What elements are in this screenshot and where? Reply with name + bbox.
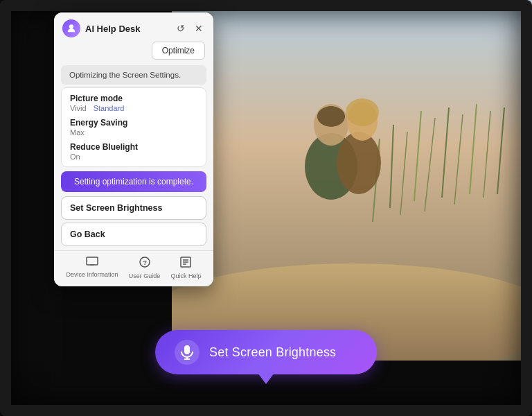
device-information-label: Device Information: [66, 271, 118, 278]
quick-help-label: Quick Help: [170, 272, 201, 279]
energy-saving-value: Max: [70, 128, 85, 137]
svg-point-16: [346, 98, 379, 126]
svg-point-18: [69, 24, 73, 28]
picture-mode-label: Picture mode: [70, 94, 197, 103]
quick-help-item[interactable]: Quick Help: [170, 257, 201, 279]
device-icon: [86, 257, 98, 269]
background-photo: [172, 0, 532, 361]
quick-help-icon: [180, 257, 191, 270]
picture-mode-values: Vivid Standard: [70, 104, 197, 112]
user-guide-label: User Guide: [129, 272, 161, 279]
optimizing-status: Optimizing the Screen Settings.: [61, 65, 206, 85]
svg-point-14: [337, 132, 381, 194]
reduce-bluelight-value: On: [70, 153, 80, 161]
optimize-btn-row: Optimize: [54, 42, 213, 65]
svg-text:?: ?: [143, 259, 147, 266]
couple-illustration: [172, 0, 532, 361]
panel-title: AI Help Desk: [85, 24, 140, 34]
go-back-button[interactable]: Go Back: [61, 223, 206, 246]
panel-footer: Device Information ? User Guide Quick H: [54, 250, 213, 286]
energy-saving-label: Energy Saving: [70, 118, 197, 128]
close-icon[interactable]: ✕: [193, 22, 205, 35]
completion-banner: Setting optimization is complete.: [61, 171, 206, 192]
svg-rect-19: [87, 257, 98, 265]
picture-mode-row: Picture mode Vivid Standard: [70, 94, 197, 112]
svg-rect-28: [184, 345, 190, 354]
microphone-icon: [175, 340, 200, 365]
picture-mode-vivid: Vivid: [70, 104, 87, 112]
settings-box: Picture mode Vivid Standard Energy Savin…: [61, 87, 206, 167]
energy-saving-values: Max: [70, 128, 197, 137]
refresh-icon[interactable]: ↺: [175, 22, 187, 35]
user-guide-icon: ?: [139, 257, 150, 270]
reduce-bluelight-row: Reduce Bluelight On: [70, 142, 197, 161]
dark-left-overlay: [0, 0, 62, 416]
voice-tooltip: Set Screen Brightness: [155, 330, 377, 374]
energy-saving-row: Energy Saving Max: [70, 118, 197, 137]
reduce-bluelight-values: On: [70, 153, 197, 161]
ai-helpdesk-panel: AI Help Desk ↺ ✕ Optimize Optimizing the…: [54, 12, 213, 286]
voice-tooltip-text: Set Screen Brightness: [209, 345, 336, 360]
panel-header-left: AI Help Desk: [62, 19, 140, 37]
panel-header-controls: ↺ ✕: [175, 22, 205, 35]
device-information-item[interactable]: Device Information: [66, 257, 118, 279]
set-brightness-button[interactable]: Set Screen Brightness: [61, 196, 206, 220]
reduce-bluelight-label: Reduce Bluelight: [70, 142, 197, 152]
user-guide-item[interactable]: ? User Guide: [129, 257, 161, 279]
svg-point-17: [317, 106, 345, 127]
optimize-button[interactable]: Optimize: [152, 42, 205, 60]
panel-header: AI Help Desk ↺ ✕: [54, 12, 213, 42]
ai-logo-icon: [62, 19, 80, 37]
picture-mode-standard: Standard: [94, 104, 125, 112]
